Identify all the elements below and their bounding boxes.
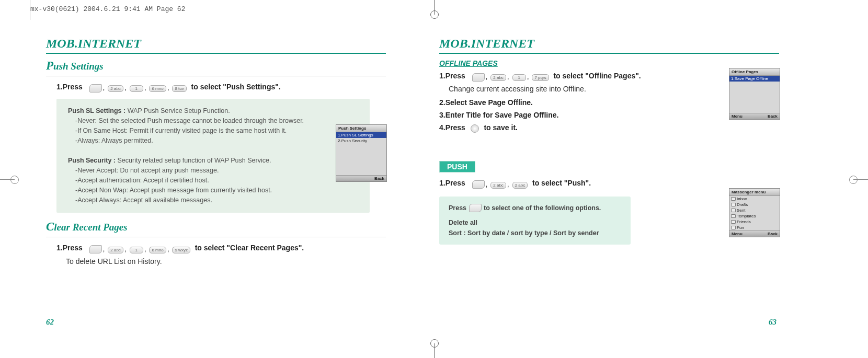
step-offline-3: 3.Enter Title for Save Page Offline.: [439, 110, 779, 120]
crop-mark-right: [853, 179, 868, 180]
keypad-key: 6 mno: [149, 85, 166, 92]
phone-mock-offline: Offline Pages 1.Save Page Offline MenuBa…: [729, 68, 780, 120]
step-clear-recent-1: 1.Press , 2 abc, 1, 6 mno, 9 wxyz to sel…: [56, 242, 386, 253]
title-rule: [439, 53, 779, 54]
section-rule: [46, 76, 386, 76]
folder-icon: [731, 226, 736, 229]
step-push-settings-1: 1.Press , 2 abc, 1, 6 mno, 8 tuv to sele…: [56, 82, 386, 93]
keypad-key: 8 tuv: [172, 85, 186, 92]
keypad-key: 9 wxyz: [172, 247, 190, 253]
phone-row: Friends: [729, 219, 780, 225]
phone-row: Templates: [729, 213, 780, 219]
keypad-key: 1: [130, 85, 143, 92]
ok-key-icon: [471, 124, 479, 133]
page-title: MOB.INTERNET: [439, 37, 779, 51]
folder-icon: [731, 203, 736, 206]
softkey-icon: [89, 84, 102, 93]
phone-row: Inbox: [729, 196, 780, 202]
step-clear-recent-desc: To delete URL List on History.: [66, 256, 386, 267]
phone-row: Sent: [729, 207, 780, 213]
crop-mark-bottom: [434, 343, 435, 358]
push-options-note: Press to select one of the following opt…: [439, 197, 631, 245]
phone-row: 2.Push Security: [336, 138, 386, 144]
keypad-key: 2 abc: [512, 182, 528, 189]
section-clear-recent: Clear Recent Pages: [46, 220, 386, 234]
step-push-1: 1.Press , 2 abc, 2 abc to select "Push".: [439, 178, 779, 189]
phone-row-selected: 1.Push SL Settings: [336, 132, 386, 138]
softkey-icon: [469, 204, 482, 212]
section-push: PUSH: [439, 161, 475, 172]
softkey-icon: [89, 245, 102, 253]
page-number-right: 63: [769, 318, 776, 327]
phone-mock-messenger: Massenger menu Inbox Drafts Sent Templat…: [729, 188, 780, 237]
keypad-key: 2 abc: [108, 247, 123, 253]
folder-icon: [731, 209, 736, 212]
softkey-icon: [472, 180, 485, 189]
section-rule: [46, 237, 386, 237]
folder-icon: [731, 214, 736, 218]
phone-row: Drafts: [729, 202, 780, 207]
page-number-left: 62: [46, 318, 54, 327]
step-offline-2: 2.Select Save Page Offline.: [439, 97, 779, 108]
folder-icon: [731, 220, 736, 224]
section-offline-pages: OFFLINE PAGES: [439, 59, 779, 67]
keypad-key: 2 abc: [490, 182, 506, 189]
step-offline-1: 1.Press , 2 abc, 1, 7 pqrs to select "Of…: [439, 71, 779, 82]
keypad-key: 7 pqrs: [532, 74, 549, 81]
title-rule: [46, 53, 386, 54]
softkey-icon: [472, 73, 485, 82]
push-settings-note: Push SL Settings : WAP Push Service Setu…: [56, 99, 370, 213]
keypad-key: 2 abc: [490, 74, 506, 81]
print-header: mx-v30(0621) 2004.6.21 9:41 AM Page 62: [30, 5, 185, 13]
phone-row: Fun: [729, 225, 780, 230]
folder-icon: [731, 197, 736, 201]
crop-mark-top: [434, 0, 435, 15]
keypad-key: 2 abc: [108, 85, 123, 92]
keypad-key: 1: [130, 247, 143, 253]
phone-row-selected: 1.Save Page Offline: [729, 76, 780, 82]
crop-mark-left: [0, 179, 15, 180]
keypad-key: 6 mno: [149, 247, 166, 253]
keypad-key: 1: [512, 74, 526, 81]
phone-mock-push-settings: Push Settings 1.Push SL Settings 2.Push …: [336, 124, 387, 182]
page-title: MOB.INTERNET: [46, 37, 386, 51]
step-offline-4: 4.Press to save it.: [439, 122, 779, 133]
section-push-settings: Push Settings: [46, 59, 386, 73]
